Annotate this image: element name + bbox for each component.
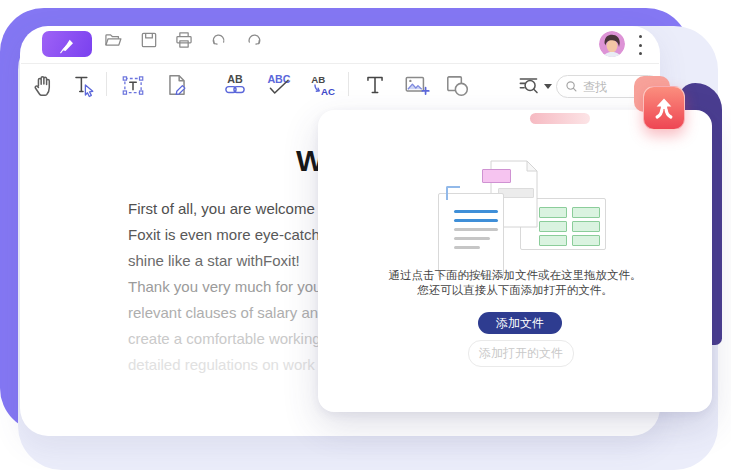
- spell-check-tool-button[interactable]: ABC: [264, 72, 294, 98]
- toolbar-divider: [348, 72, 349, 96]
- shapes-tool-button[interactable]: [444, 72, 470, 98]
- text-tool-icon: [362, 72, 388, 98]
- corner-bracket-graphic: [446, 186, 460, 200]
- documents-illustration: [418, 152, 618, 284]
- redo-arrow-icon: [244, 30, 264, 50]
- add-files-button-label: 添加文件: [496, 315, 544, 332]
- kebab-menu-icon[interactable]: [633, 34, 647, 56]
- save-icon: [139, 30, 159, 50]
- quill-pen-icon: [57, 34, 77, 54]
- add-image-tool-button[interactable]: [402, 72, 432, 98]
- toolbar-divider: [106, 72, 107, 96]
- chevron-down-icon[interactable]: [544, 84, 552, 89]
- undo-arrow-icon: [209, 30, 229, 50]
- undo-button[interactable]: [209, 30, 229, 50]
- folder-open-icon: [103, 30, 123, 50]
- open-file-button[interactable]: [103, 30, 123, 50]
- add-open-files-button[interactable]: 添加打开的文件: [468, 340, 574, 367]
- app-stage: AB ABC AB AC: [0, 0, 731, 470]
- edit-text-box-tool-button[interactable]: [120, 72, 146, 98]
- text-document-graphic: [438, 193, 504, 277]
- add-files-button[interactable]: 添加文件: [478, 312, 562, 334]
- save-button[interactable]: [139, 30, 159, 50]
- pink-pill-decoration: [530, 113, 590, 124]
- panel-instruction-line: 通过点击下面的按钮添加文件或在这里拖放文件。: [318, 270, 712, 282]
- panel-instruction-line: 您还可以直接从下面添加打开的文件。: [318, 285, 712, 297]
- pen-tool-button[interactable]: [42, 31, 92, 57]
- shapes-icon: [444, 72, 470, 98]
- text-cursor-icon: [70, 72, 96, 98]
- document-edit-icon: [164, 72, 190, 98]
- svg-text:AB: AB: [311, 74, 325, 85]
- search-placeholder: 查找: [583, 81, 607, 93]
- redo-button[interactable]: [244, 30, 264, 50]
- find-replace-tool-button[interactable]: AB AC: [308, 72, 336, 98]
- svg-text:ABC: ABC: [267, 73, 290, 85]
- ab-to-ac-icon: AB AC: [308, 72, 336, 98]
- link-tool-button[interactable]: AB: [220, 72, 250, 98]
- ab-link-icon: AB: [220, 72, 250, 98]
- printer-icon: [174, 30, 194, 50]
- text-tool-button[interactable]: [362, 72, 388, 98]
- text-select-tool-button[interactable]: [70, 72, 96, 98]
- magnifier-icon: [565, 80, 578, 93]
- foxit-logo-icon[interactable]: [643, 86, 685, 130]
- print-button[interactable]: [174, 30, 194, 50]
- add-open-files-button-label: 添加打开的文件: [479, 345, 563, 362]
- advanced-search-button[interactable]: [516, 72, 542, 98]
- svg-text:AB: AB: [227, 73, 243, 85]
- text-box-icon: [120, 72, 146, 98]
- image-plus-icon: [402, 72, 432, 98]
- abc-check-icon: ABC: [264, 72, 294, 98]
- user-avatar[interactable]: [599, 31, 625, 57]
- search-list-icon: [516, 72, 542, 98]
- edit-document-tool-button[interactable]: [164, 72, 190, 98]
- svg-text:AC: AC: [321, 86, 335, 97]
- hand-tool-button[interactable]: [30, 72, 56, 98]
- pink-label-graphic: [482, 169, 511, 183]
- hand-icon: [30, 72, 56, 98]
- toolbar-divider: [21, 63, 659, 64]
